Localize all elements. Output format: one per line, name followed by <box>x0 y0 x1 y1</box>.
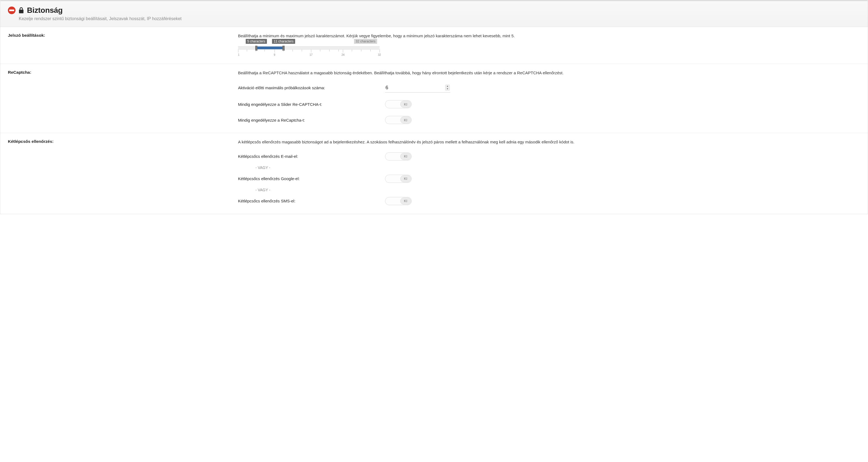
lock-icon <box>18 7 24 13</box>
tick-label-17: 17 <box>309 53 312 56</box>
slider-ticks: 1 9 17 24 32 <box>238 50 379 57</box>
label-slider-captcha: Mindig engedélyezze a Slider Re-CAPTCHA-… <box>238 102 385 107</box>
slider-track: 5 characters 11 characters 32 characters <box>238 46 379 50</box>
tick-label-1: 1 <box>238 53 240 56</box>
page-subtitle: Kezelje rendszer szintű biztonsági beáll… <box>19 16 860 21</box>
max-attempts-input[interactable] <box>385 85 444 91</box>
label-recaptcha: Mindig engedélyezze a ReCaptcha-t: <box>238 118 385 122</box>
recaptcha-desc: Beállíthatja a ReCAPTCHA használatot a m… <box>238 70 860 76</box>
no-entry-icon <box>8 6 16 14</box>
toggle-two-step-sms-knob: KI <box>400 197 411 205</box>
two-step-desc: A kétlépcsős ellenőrzés magasabb biztons… <box>238 139 860 145</box>
tick-label-32: 32 <box>378 53 381 56</box>
toggle-slider-captcha-knob: KI <box>400 101 411 108</box>
toggle-two-step-sms[interactable]: KI <box>385 197 412 205</box>
row-max-attempts: Aktiváció előtti maximális próbálkozások… <box>238 83 860 93</box>
toggle-slider-captcha[interactable]: KI <box>385 100 412 108</box>
row-recaptcha: Mindig engedélyezze a ReCaptcha-t: KI <box>238 116 860 124</box>
stepper-down-icon[interactable]: ▼ <box>445 88 449 90</box>
tick-label-9: 9 <box>274 53 275 56</box>
header-title-row: Biztonság <box>8 6 860 15</box>
label-max-attempts: Aktiváció előtti maximális próbálkozások… <box>238 86 385 90</box>
section-label-recaptcha: ReCaptcha: <box>8 70 238 126</box>
section-body-password: Beállíthatja a minimum és maximum jelszó… <box>238 33 860 57</box>
section-recaptcha: ReCaptcha: Beállíthatja a ReCAPTCHA hasz… <box>0 64 868 133</box>
label-two-step-google: Kétlépcsőcs ellenőrzés Google-el: <box>238 176 385 181</box>
section-body-two-step: A kétlépcsős ellenőrzés magasabb biztons… <box>238 139 860 207</box>
section-two-step: Kétlépcsős ellenőrzés: A kétlépcsős elle… <box>0 133 868 214</box>
or-divider-1: - VAGY - <box>255 165 860 170</box>
tick-label-24: 24 <box>341 53 344 56</box>
section-body-recaptcha: Beállíthatja a ReCAPTCHA használatot a m… <box>238 70 860 126</box>
toggle-two-step-email[interactable]: KI <box>385 152 412 160</box>
toggle-two-step-google[interactable]: KI <box>385 175 412 183</box>
section-password: Jelszó beállítások: Beállíthatja a minim… <box>0 27 868 64</box>
row-two-step-email: Kétlépcsőcs ellenőrzés E-mail-el: KI <box>238 152 860 160</box>
toggle-recaptcha-knob: KI <box>400 117 411 124</box>
row-two-step-google: Kétlépcsőcs ellenőrzés Google-el: KI <box>238 175 860 183</box>
label-two-step-sms: Kétlépcsőcs ellenőrzés SMS-el: <box>238 198 385 203</box>
or-divider-2: - VAGY - <box>255 188 860 192</box>
slider-max-badge: 32 characters <box>354 39 377 44</box>
max-attempts-input-wrap: ▲ ▼ <box>385 83 450 93</box>
password-desc: Beállíthatja a minimum és maximum jelszó… <box>238 33 860 39</box>
section-label-password: Jelszó beállítások: <box>8 33 238 57</box>
toggle-two-step-google-knob: KI <box>400 175 411 182</box>
toggle-recaptcha[interactable]: KI <box>385 116 412 124</box>
label-two-step-email: Kétlépcsőcs ellenőrzés E-mail-el: <box>238 154 385 159</box>
row-slider-captcha: Mindig engedélyezze a Slider Re-CAPTCHA-… <box>238 100 860 108</box>
stepper-up-icon[interactable]: ▲ <box>445 85 449 88</box>
slider-selected-range <box>256 47 284 49</box>
page-title: Biztonság <box>27 6 63 15</box>
slider-low-badge: 5 characters <box>246 39 267 44</box>
security-settings-panel: Biztonság Kezelje rendszer szintű bizton… <box>0 0 868 214</box>
row-two-step-sms: Kétlépcsőcs ellenőrzés SMS-el: KI <box>238 197 860 205</box>
panel-header: Biztonság Kezelje rendszer szintű bizton… <box>0 1 868 27</box>
section-label-two-step: Kétlépcsős ellenőrzés: <box>8 139 238 207</box>
slider-high-badge: 11 characters <box>272 39 295 44</box>
password-length-slider[interactable]: 5 characters 11 characters 32 characters <box>238 46 379 57</box>
toggle-two-step-email-knob: KI <box>400 153 411 160</box>
quantity-stepper: ▲ ▼ <box>445 85 450 91</box>
